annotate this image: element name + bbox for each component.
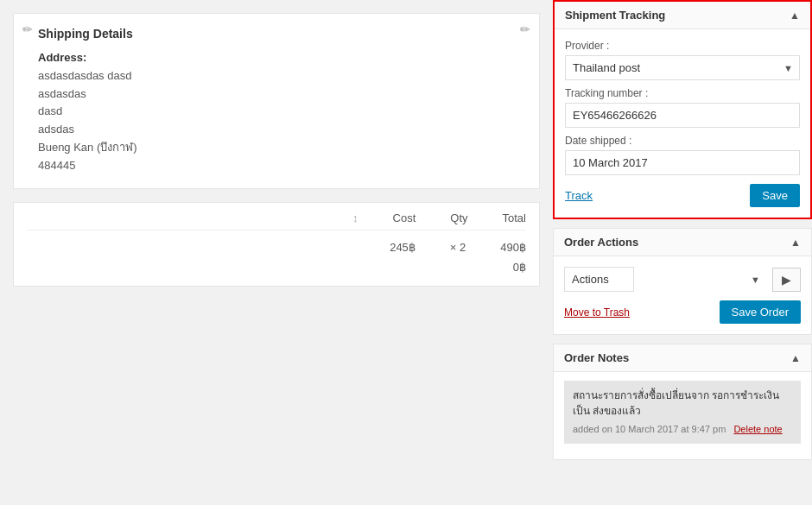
shipment-tracking-header: Shipment Tracking ▲ [555, 2, 810, 29]
order-actions-toggle-icon[interactable]: ▲ [790, 237, 801, 249]
track-link[interactable]: Track [565, 189, 593, 202]
table-footer-row: 0฿ [27, 257, 526, 277]
actions-footer: Move to Trash Save Order [564, 300, 801, 324]
address-line-4: adsdas [38, 121, 523, 139]
order-actions-title: Order Actions [564, 236, 638, 249]
date-label: Date shipped : [565, 135, 800, 147]
actions-select-row: Actions ▼ ▶ [564, 267, 801, 292]
edit-icon-right[interactable]: ✏ [520, 22, 530, 36]
edit-icon-left[interactable]: ✏ [22, 22, 33, 36]
save-button[interactable]: Save [750, 184, 800, 207]
shipping-details-box: ✏ ✏ Shipping Details Address: asdasdasda… [13, 13, 540, 189]
order-actions-body: Actions ▼ ▶ Move to Trash Save Order [554, 256, 811, 334]
tracking-number-input[interactable] [565, 103, 800, 128]
address-line-5: Bueng Kan (บึงกาฬ) [38, 139, 523, 157]
order-actions-header: Order Actions ▲ [554, 229, 811, 256]
provider-select[interactable]: Thailand post Other [565, 55, 800, 80]
row-qty: × 2 [450, 241, 466, 254]
address-line-1: asdasdasdas dasd [38, 67, 523, 85]
col-qty: Qty [450, 211, 467, 224]
note-added-text: added on 10 March 2017 at 9:47 pm [573, 424, 726, 434]
row-total: 490฿ [500, 241, 526, 254]
date-shipped-input[interactable] [565, 150, 800, 175]
address-block: Address: asdasdasdas dasd asdasdas dasd … [29, 49, 523, 175]
note-meta: added on 10 March 2017 at 9:47 pm Delete… [573, 422, 792, 437]
order-table: ↕ Cost Qty Total 245฿ × 2 490฿ 0฿ [13, 202, 540, 287]
order-notes-panel: Order Notes ▲ สถานะรายการสั่งซื้อเปลี่ยน… [553, 344, 812, 460]
order-notes-body: สถานะรายการสั่งซื้อเปลี่ยนจาก รอการชำระเ… [554, 372, 811, 459]
sort-icon: ↕ [352, 211, 358, 224]
order-notes-toggle-icon[interactable]: ▲ [790, 352, 801, 364]
order-notes-header: Order Notes ▲ [554, 344, 811, 372]
tracking-actions: Track Save [565, 184, 800, 207]
delete-note-link[interactable]: Delete note [733, 424, 782, 434]
table-header: ↕ Cost Qty Total [27, 211, 526, 230]
move-to-trash-link[interactable]: Move to Trash [564, 306, 630, 319]
actions-select-wrapper: Actions ▼ [564, 267, 767, 292]
address-line-6: 484445 [38, 157, 523, 175]
provider-label: Provider : [565, 40, 800, 52]
toggle-up-icon[interactable]: ▲ [790, 9, 800, 22]
actions-chevron-icon: ▼ [751, 275, 760, 285]
order-notes-title: Order Notes [564, 351, 629, 364]
note-item: สถานะรายการสั่งซื้อเปลี่ยนจาก รอการชำระเ… [564, 381, 801, 444]
shipment-tracking-title: Shipment Tracking [565, 9, 665, 22]
note-text: สถานะรายการสั่งซื้อเปลี่ยนจาก รอการชำระเ… [573, 388, 792, 419]
address-line-2: asdasdas [38, 85, 523, 104]
address-label: Address: [38, 51, 86, 64]
col-total: Total [503, 211, 526, 224]
save-order-button[interactable]: Save Order [720, 300, 801, 324]
actions-apply-button[interactable]: ▶ [772, 268, 801, 292]
actions-select[interactable]: Actions [564, 267, 634, 292]
col-cost: Cost [393, 211, 416, 224]
shipment-tracking-body: Provider : Thailand post Other ▼ Trackin… [555, 29, 810, 218]
table-row: 245฿ × 2 490฿ [27, 237, 526, 257]
shipping-details-title: Shipping Details [29, 27, 523, 41]
footer-value: 0฿ [513, 261, 526, 274]
row-cost: 245฿ [390, 241, 416, 254]
address-line-3: dasd [38, 103, 523, 121]
tracking-label: Tracking number : [565, 87, 800, 99]
order-actions-panel: Order Actions ▲ Actions ▼ ▶ Move to Tras… [553, 228, 812, 335]
provider-select-wrapper: Thailand post Other ▼ [565, 55, 800, 80]
shipment-tracking-panel: Shipment Tracking ▲ Provider : Thailand … [553, 0, 812, 219]
